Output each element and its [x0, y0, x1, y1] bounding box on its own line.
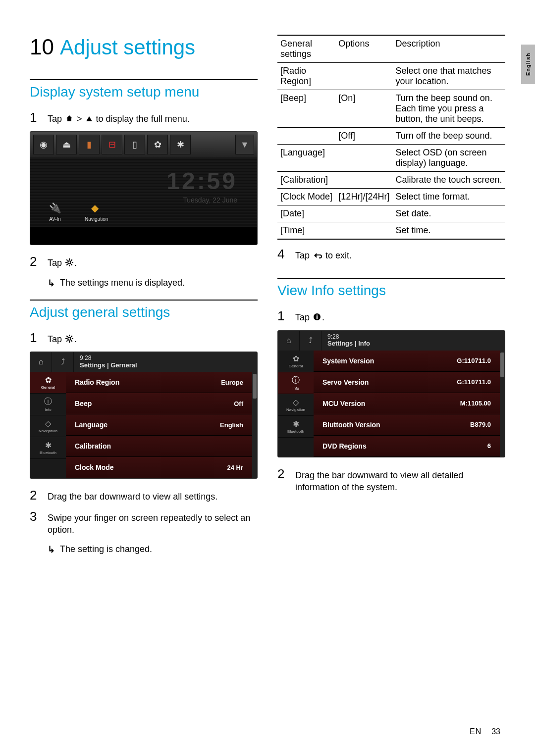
table-row: [Beep][On]Turn the beep sound on. Each t… — [277, 90, 505, 128]
result-text: The settings menu is displayed. — [60, 278, 185, 289]
settings-row: BeepOff — [66, 393, 252, 414]
settings-row: Radio RegionEurope — [66, 372, 252, 393]
table-row: [Language]Select OSD (on screen display)… — [277, 145, 505, 172]
chapter-title: 10 Adjust settings — [30, 35, 258, 59]
sidebar-tab-info: ⓘInfo — [30, 394, 66, 415]
table-row: [Time]Set time. — [277, 222, 505, 240]
sidebar-tab-bluetooth: ✱Bluetooth — [278, 416, 314, 438]
scrollbar — [500, 351, 505, 457]
screenshot-info-settings: ⌂ ⤴ 9:28 Settings | Info ✿GeneralⓘInfo◇N… — [277, 330, 505, 457]
settings-row: MCU VersionM:1105.00 — [314, 393, 500, 414]
result-arrow-icon: ↳ — [48, 544, 55, 555]
step-text: Tap to exit. — [295, 247, 505, 262]
step-number: 1 — [30, 330, 41, 346]
settings-row: Servo VersionG:110711.0 — [314, 372, 500, 393]
usb-icon: ⊟ — [102, 135, 122, 154]
back-icon — [313, 250, 322, 262]
step-number: 2 — [277, 466, 288, 482]
chapter-text: Adjust settings — [60, 36, 195, 59]
scrollbar — [252, 372, 257, 478]
ipod-icon: ▯ — [124, 135, 145, 154]
settings-row: System VersionG:110711.0 — [314, 351, 500, 372]
sidebar-tab-general: ✿General — [30, 372, 66, 394]
avin-button: 🔌 AV-In — [45, 201, 65, 222]
svg-line-15 — [71, 340, 72, 341]
settings-row: Calibration — [66, 436, 252, 457]
footer-lang: EN — [470, 727, 482, 736]
general-settings-table: General settings Options Description [Ra… — [277, 35, 505, 240]
chevron-down-icon: ▼ — [235, 135, 254, 154]
step-text: Tap > to display the full menu. — [48, 110, 258, 125]
svg-rect-20 — [317, 316, 318, 319]
back-icon: ⤴ — [52, 352, 74, 372]
info-icon — [313, 312, 321, 324]
table-header: Description — [392, 35, 505, 63]
step-number: 4 — [277, 247, 288, 262]
footer-page: 33 — [491, 727, 500, 736]
table-row: [Radio Region]Select one that matches yo… — [277, 63, 505, 90]
gear-icon — [65, 334, 73, 346]
home-icon: ⌂ — [30, 352, 52, 372]
svg-line-7 — [66, 264, 67, 265]
sidebar-tab-navigation: ◇Navigation — [278, 394, 314, 416]
back-icon: ⤴ — [300, 331, 321, 351]
chapter-number: 10 — [30, 35, 54, 59]
screenshot-home: ◉ ⏏ ▮ ⊟ ▯ ✿ ✱ ▼ 12:59 Tuesday, 22 June 🔌… — [30, 131, 258, 245]
disc-icon: ◉ — [33, 135, 54, 154]
settings-row: Clock Mode24 Hr — [66, 457, 252, 478]
gear-icon: ✿ — [147, 135, 168, 154]
sd-icon: ▮ — [79, 135, 100, 154]
eject-icon: ⏏ — [56, 135, 77, 154]
settings-row: DVD Regions6 — [314, 436, 500, 457]
settings-row: LanguageEnglish — [66, 414, 252, 436]
navigation-button: ◆ Navigation — [85, 201, 108, 222]
step-text: Drag the bar downward to view all settin… — [48, 488, 258, 503]
step-number: 2 — [30, 254, 41, 269]
home-icon: ⌂ — [278, 331, 300, 351]
svg-point-19 — [317, 315, 318, 316]
date-display: Tuesday, 22 June — [183, 196, 237, 204]
result-arrow-icon: ↳ — [48, 278, 55, 289]
svg-point-9 — [68, 337, 71, 340]
step-number: 1 — [277, 308, 288, 324]
nav-arrow-icon: ◆ — [85, 201, 105, 215]
plug-icon: 🔌 — [45, 201, 65, 215]
section-general-settings: Adjust general settings — [30, 304, 258, 320]
table-row: [Date]Set date. — [277, 205, 505, 222]
table-row: [Calibration]Calibrate the touch screen. — [277, 172, 505, 189]
step-number: 3 — [30, 509, 41, 524]
svg-line-16 — [66, 340, 67, 341]
svg-line-8 — [71, 260, 72, 261]
step-text: Tap . — [48, 330, 258, 346]
clock-display: 12:59 — [166, 167, 237, 195]
page-footer: EN 33 — [470, 727, 500, 736]
section-info-settings: View Info settings — [277, 283, 505, 299]
step-text: Drag the bar downward to view all detail… — [295, 466, 505, 494]
step-text: Tap . — [295, 308, 505, 324]
sidebar-tab-general: ✿General — [278, 351, 314, 372]
table-header: General settings — [277, 35, 335, 63]
table-header: Options — [335, 35, 392, 63]
svg-point-0 — [68, 261, 71, 264]
breadcrumb: Settings | Info — [327, 340, 370, 347]
result-text: The setting is changed. — [60, 544, 152, 555]
sidebar-tab-navigation: ◇Navigation — [30, 415, 66, 437]
step-number: 1 — [30, 110, 41, 125]
screenshot-general-settings: ⌂ ⤴ 9:28 Settings | Gerneral ✿GeneralⓘIn… — [30, 352, 258, 479]
step-number: 2 — [30, 488, 41, 503]
settings-row: Bluttooth VersionB879.0 — [314, 414, 500, 436]
home-icon — [65, 113, 73, 125]
svg-line-6 — [71, 264, 72, 265]
sidebar-tab-info: ⓘInfo — [278, 372, 314, 394]
step-text: Swipe your finger on screen repeatedly t… — [48, 509, 258, 536]
step-text: Tap . — [48, 254, 258, 269]
section-display-menu: Display system setup menu — [30, 84, 258, 100]
table-row: [Off]Turn off the beep sound. — [277, 128, 505, 145]
svg-line-14 — [66, 336, 67, 337]
gear-icon — [65, 257, 73, 269]
table-row: [Clock Mode][12Hr]/[24Hr]Select time for… — [277, 189, 505, 205]
sidebar-tab-bluetooth: ✱Bluetooth — [30, 437, 66, 459]
breadcrumb: Settings | Gerneral — [80, 361, 137, 369]
svg-line-17 — [71, 336, 72, 337]
triangle-up-icon — [86, 113, 93, 125]
